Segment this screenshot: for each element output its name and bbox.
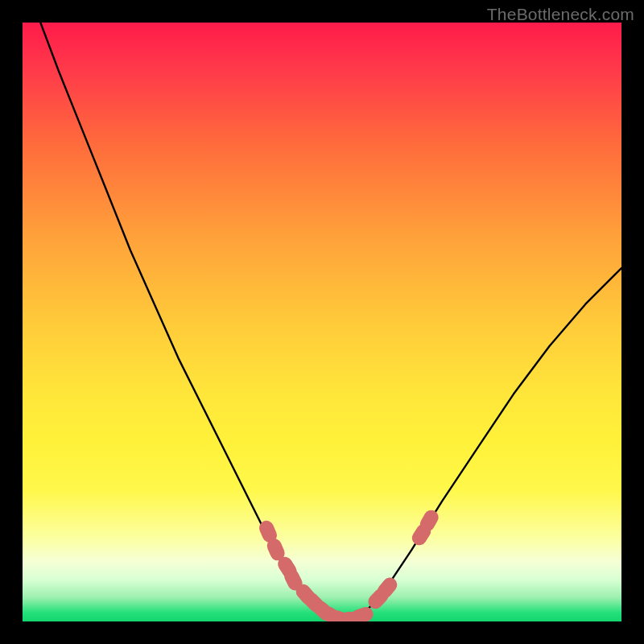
chart-svg — [23, 23, 621, 621]
curve-path — [40, 23, 621, 621]
plot-area — [23, 23, 621, 621]
outer-frame: TheBottleneck.com — [0, 0, 644, 644]
marker-group — [257, 507, 441, 621]
watermark: TheBottleneck.com — [487, 5, 634, 24]
bottleneck-curve — [40, 23, 621, 621]
